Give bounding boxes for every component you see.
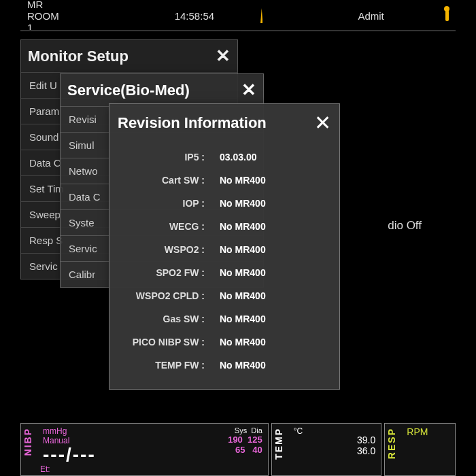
- revision-row: WSPO2No MR400: [122, 238, 327, 261]
- temp-tag: TEMP: [273, 428, 284, 460]
- audio-off-label: dio Off: [388, 219, 422, 233]
- nibp-limits: Sys Dia 190 125 65 40: [228, 426, 262, 455]
- nibp-et: Et:: [40, 464, 50, 474]
- revision-label: IOP: [122, 198, 210, 209]
- top-bar: MR ROOM 1 14:58:54 Admit: [27, 5, 449, 26]
- revision-row: WSPO2 CPLDNo MR400: [122, 284, 327, 307]
- revision-label: TEMP FW: [122, 360, 210, 371]
- clock: 14:58:54: [175, 10, 214, 22]
- revision-label: WSPO2: [122, 244, 210, 255]
- revision-label: SPO2 FW: [122, 267, 210, 278]
- revision-info-title: Revision Information: [118, 114, 267, 132]
- revision-label: WSPO2 CPLD: [122, 290, 210, 301]
- temp-values: 39.036.0: [357, 435, 375, 456]
- service-biomed-title: Service(Bio-Med): [67, 82, 190, 99]
- revision-row: Gas SWNo MR400: [122, 307, 327, 330]
- revision-info-panel: Revision Information ✕ IP503.03.00 Cart …: [109, 103, 340, 390]
- room-label: MR ROOM 1: [27, 0, 59, 33]
- revision-value: No MR400: [210, 290, 327, 301]
- close-icon[interactable]: ✕: [241, 80, 256, 101]
- nibp-box[interactable]: NIBP mmHg Manual ---/--- Sys Dia 190 125…: [20, 423, 269, 476]
- revision-value: No MR400: [210, 198, 327, 209]
- revision-value: No MR400: [210, 267, 327, 278]
- bed-icon[interactable]: [445, 10, 449, 21]
- revision-label: Gas SW: [122, 313, 210, 324]
- temp-box[interactable]: TEMP °C 39.036.0: [271, 423, 382, 476]
- revision-row: IP503.03.00: [122, 146, 327, 169]
- revision-label: PICO NIBP SW: [122, 337, 210, 347]
- revision-value: No MR400: [210, 244, 327, 255]
- admit-button[interactable]: Admit: [358, 10, 384, 22]
- revision-row: IOPNo MR400: [122, 192, 327, 215]
- revision-label: IP5: [122, 152, 210, 163]
- vitals-strip: NIBP mmHg Manual ---/--- Sys Dia 190 125…: [20, 423, 456, 476]
- close-icon[interactable]: ✕: [314, 111, 331, 135]
- divider: [20, 30, 456, 31]
- resp-box[interactable]: RESP RPM: [384, 423, 456, 476]
- revision-label: WECG: [122, 221, 210, 232]
- revision-row: Cart SWNo MR400: [122, 169, 327, 192]
- revision-value: No MR400: [210, 221, 327, 232]
- warning-icon[interactable]: [260, 8, 262, 23]
- revision-value: No MR400: [210, 175, 327, 186]
- revision-row: WECGNo MR400: [122, 215, 327, 238]
- revision-value: 03.03.00: [210, 152, 327, 163]
- revision-row: PICO NIBP SWNo MR400: [122, 330, 327, 354]
- resp-unit: RPM: [407, 426, 449, 437]
- revision-label: Cart SW: [122, 175, 210, 186]
- revision-row: TEMP FWNo MR400: [122, 354, 327, 377]
- nibp-tag: NIBP: [22, 428, 33, 456]
- monitor-setup-title: Monitor Setup: [28, 48, 129, 65]
- resp-tag: RESP: [386, 428, 397, 459]
- revision-value: No MR400: [210, 337, 327, 347]
- revision-row: SPO2 FWNo MR400: [122, 261, 327, 284]
- close-icon[interactable]: ✕: [216, 46, 231, 67]
- revision-value: No MR400: [210, 360, 327, 371]
- revision-value: No MR400: [210, 313, 327, 324]
